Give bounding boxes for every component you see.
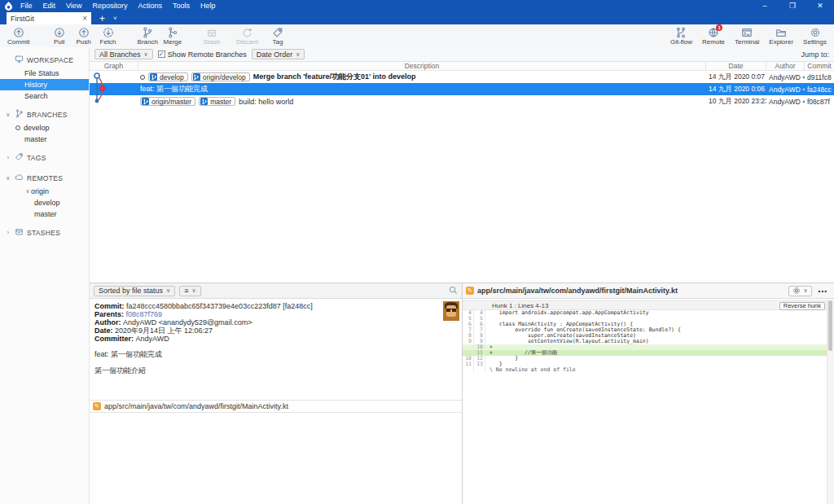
push-button[interactable]: Push bbox=[72, 24, 96, 47]
diff-line[interactable]: \ No newline at end of file bbox=[463, 367, 827, 373]
search-icon[interactable] bbox=[449, 286, 458, 296]
column-header-commit[interactable]: Commit bbox=[805, 62, 834, 70]
tab-close-icon[interactable]: × bbox=[82, 15, 87, 23]
modified-file-icon: ✎ bbox=[466, 287, 474, 295]
remote-button[interactable]: 1 Remote bbox=[700, 24, 727, 47]
parent-commit-link[interactable]: f08c87f769 bbox=[126, 310, 163, 318]
diff-line[interactable]: 99 setContentView(R.layout.activity_main… bbox=[463, 339, 827, 344]
sidebar-item-remotes-master[interactable]: master bbox=[0, 208, 89, 220]
column-header-description[interactable]: Description bbox=[138, 62, 706, 70]
minimize-button[interactable]: – bbox=[751, 0, 779, 11]
menu-file[interactable]: File bbox=[20, 2, 33, 10]
scrollbar-thumb[interactable] bbox=[828, 300, 832, 351]
commit-date: 14 九月 2020 0:07 bbox=[706, 72, 766, 82]
tab-firstgit[interactable]: FirstGit × bbox=[7, 12, 91, 24]
ref-badge-develop[interactable]: develop bbox=[148, 72, 188, 81]
branch-filter-dropdown[interactable]: All Branches∨ bbox=[94, 49, 153, 59]
new-tab-button[interactable]: + bbox=[99, 13, 105, 24]
new-line-number: 13 bbox=[474, 362, 485, 367]
sidebar-item-remotes-origin[interactable]: ∨origin bbox=[0, 186, 89, 197]
remote-badge: 1 bbox=[716, 24, 722, 31]
sidebar-section-tags[interactable]: ›TAGS bbox=[0, 150, 89, 165]
commit-hash: d911fc8 bbox=[805, 73, 834, 81]
settings-button[interactable]: Settings bbox=[801, 24, 829, 47]
menu-repository[interactable]: Repository bbox=[92, 2, 127, 10]
merge-button[interactable]: Merge bbox=[160, 24, 185, 47]
commit-row[interactable]: developorigin/developMerge branch 'featu… bbox=[90, 71, 834, 83]
sidebar-item-remotes-develop[interactable]: develop bbox=[0, 197, 89, 208]
menu-help[interactable]: Help bbox=[200, 2, 216, 10]
changed-file-row[interactable]: ✎ app/src/main/java/tw/com/andyawd/first… bbox=[90, 400, 462, 413]
pull-button[interactable]: Pull bbox=[47, 24, 72, 47]
sidebar-section-branches[interactable]: ∨BRANCHES bbox=[0, 107, 89, 122]
sidebar-section-workspace[interactable]: WORKSPACE bbox=[0, 52, 89, 68]
chevron-down-icon[interactable]: ∨ bbox=[24, 188, 31, 195]
menu-actions[interactable]: Actions bbox=[138, 2, 162, 10]
chevron-down-icon[interactable]: ∨ bbox=[5, 175, 11, 182]
diff-options-button[interactable]: ∨ bbox=[788, 286, 811, 296]
branch-button[interactable]: Branch bbox=[135, 24, 160, 47]
chevron-down-icon: ∨ bbox=[191, 287, 195, 294]
sidebar-item-search[interactable]: Search bbox=[0, 90, 89, 102]
commit-description: feat: 第一個功能完成 bbox=[138, 84, 706, 94]
commit-hash: f08c87f bbox=[805, 98, 834, 106]
stash-button[interactable]: Stash bbox=[200, 24, 224, 47]
chevron-down-icon: ∨ bbox=[166, 287, 170, 294]
section-label: REMOTES bbox=[27, 174, 63, 182]
commit-message-line: feat: 第一個功能完成 bbox=[94, 350, 457, 358]
sort-dropdown[interactable]: Sorted by file status∨ bbox=[94, 286, 175, 296]
commit-detail-panel: Sorted by file status∨ ≡∨ Commit: fa248c… bbox=[90, 283, 463, 504]
column-header-graph[interactable]: Graph bbox=[90, 62, 138, 70]
terminal-button[interactable]: Terminal bbox=[732, 24, 762, 47]
branch-icon bbox=[150, 73, 157, 81]
close-button[interactable]: ✕ bbox=[806, 0, 834, 11]
hamburger-icon: ≡ bbox=[184, 287, 188, 295]
maximize-button[interactable]: ❐ bbox=[779, 0, 806, 11]
chevron-right-icon[interactable]: › bbox=[5, 155, 11, 160]
sidebar-section-remotes[interactable]: ∨REMOTES bbox=[0, 170, 89, 186]
menu-edit[interactable]: Edit bbox=[43, 2, 56, 10]
tab-list-caret-icon[interactable]: ˅ bbox=[113, 13, 117, 24]
explorer-button[interactable]: Explorer bbox=[766, 24, 796, 47]
field-value: 2020年9月14日 上午 12:06:27 bbox=[115, 327, 213, 335]
field-label: Date: bbox=[94, 327, 115, 335]
diff-scrollbar[interactable] bbox=[827, 299, 834, 504]
commit-row[interactable]: feat: 第一個功能完成14 九月 2020 0:06AndyAWD <ana… bbox=[90, 83, 834, 95]
discard-button[interactable]: Discard bbox=[234, 24, 261, 47]
hunk-label: Hunk 1 : Lines 4-13 bbox=[492, 302, 548, 309]
item-label: master bbox=[24, 135, 47, 143]
view-options-dropdown[interactable]: ≡∨ bbox=[179, 286, 200, 296]
gitflow-button[interactable]: Git-flow bbox=[668, 24, 695, 47]
tag-button[interactable]: Tag bbox=[266, 24, 290, 47]
order-filter-dropdown[interactable]: Date Order∨ bbox=[252, 49, 305, 59]
menu-tools[interactable]: Tools bbox=[173, 2, 190, 10]
history-view: All Branches∨ ✓Show Remote Branches Date… bbox=[90, 47, 834, 283]
fetch-button[interactable]: Fetch bbox=[96, 24, 121, 47]
ref-label: master bbox=[210, 98, 231, 106]
diff-line[interactable]: 44 import androidx.appcompat.app.AppComp… bbox=[463, 310, 827, 316]
sidebar-item-file-status[interactable]: File Status bbox=[0, 68, 89, 79]
diff-line[interactable]: 1012 } bbox=[463, 356, 827, 362]
column-header-date[interactable]: Date bbox=[706, 62, 766, 70]
chevron-down-icon[interactable]: ∨ bbox=[5, 112, 11, 118]
reverse-hunk-button[interactable]: Reverse hunk bbox=[779, 302, 825, 310]
sidebar-item-history[interactable]: History bbox=[0, 79, 89, 90]
more-options-button[interactable]: ••• bbox=[815, 287, 831, 295]
ref-badge-master[interactable]: master bbox=[199, 97, 235, 106]
ref-badge-origin-develop[interactable]: origin/develop bbox=[191, 72, 250, 81]
terminal-icon bbox=[741, 26, 753, 38]
commit-button[interactable]: Commit bbox=[5, 24, 33, 47]
ref-badge-origin-master[interactable]: origin/master bbox=[140, 97, 195, 106]
commit-row[interactable]: origin/mastermasterbuild: hello world10 … bbox=[90, 95, 834, 107]
sidebar-item-branches-develop[interactable]: develop bbox=[0, 122, 89, 134]
sourcetree-logo-icon bbox=[2, 1, 14, 11]
show-remote-checkbox[interactable]: ✓Show Remote Branches bbox=[158, 50, 247, 59]
chevron-right-icon[interactable]: › bbox=[5, 230, 11, 235]
chevron-down-icon: ∨ bbox=[296, 51, 300, 58]
field-value: AndyAWD <anandydy529@gmail.com> bbox=[123, 318, 252, 327]
menu-view[interactable]: View bbox=[66, 2, 81, 10]
sidebar-section-stashes[interactable]: ›STASHES bbox=[0, 225, 89, 240]
sidebar-item-branches-master[interactable]: master bbox=[0, 134, 89, 145]
commit-message: feat: 第一個功能完成第一個功能介紹 bbox=[94, 350, 457, 375]
column-header-author[interactable]: Author bbox=[766, 62, 805, 70]
